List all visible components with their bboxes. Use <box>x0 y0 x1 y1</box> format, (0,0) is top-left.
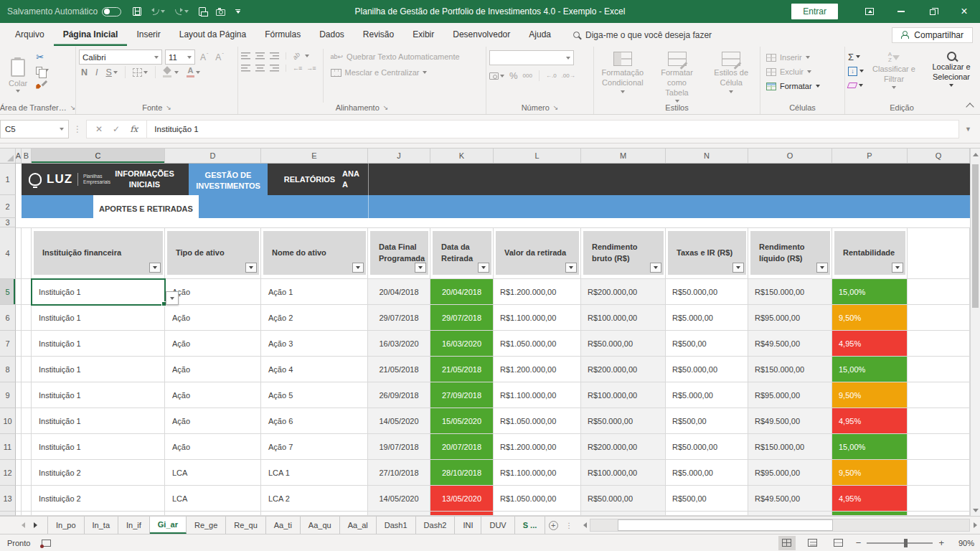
grid-cell[interactable]: Ação 6 <box>261 408 368 434</box>
table-header-cell[interactable]: Tipo de ativo <box>167 231 259 275</box>
align-center-icon[interactable] <box>255 65 265 72</box>
hscroll-left-button[interactable] <box>580 519 590 532</box>
grid-cell[interactable]: Ação <box>165 382 261 408</box>
filter-button[interactable] <box>245 263 257 273</box>
grid-cell[interactable] <box>16 382 22 408</box>
grid-cell[interactable]: R$49.500,00 <box>748 486 832 512</box>
restore-button[interactable] <box>917 0 948 23</box>
grid-cell[interactable]: Ação 1 <box>261 279 368 305</box>
font-name-select[interactable]: Calibri <box>79 50 162 65</box>
sheet-tab-dash2[interactable]: Dash2 <box>416 517 456 534</box>
grid-cell[interactable]: 27/09/2018 <box>430 382 494 408</box>
grid-cell[interactable]: 20/07/2018 <box>430 434 494 460</box>
normal-view-button[interactable] <box>778 536 796 550</box>
row-header-3[interactable]: 3 <box>0 218 16 227</box>
column-header-B[interactable]: B <box>22 149 32 163</box>
table-header-cell[interactable]: Taxas e IR (R$) <box>668 231 746 275</box>
table-header-cell[interactable]: Rendimento bruto (R$) <box>583 231 664 275</box>
grid-cell[interactable]: 14/05/2020 <box>368 408 430 434</box>
subtab-aportes-e-retiradas[interactable]: APORTES E RETIRADAS <box>93 195 199 222</box>
table-header-cell[interactable]: Instituição financeira <box>34 231 163 275</box>
column-header-L[interactable]: L <box>494 149 581 163</box>
format-painter-button[interactable] <box>36 79 49 89</box>
grid-cell[interactable]: R$1.200.000,00 <box>494 434 581 460</box>
grid-cell[interactable]: 19/07/2018 <box>368 434 430 460</box>
column-header-Q[interactable]: Q <box>908 149 970 163</box>
table-header-cell[interactable]: Nome do ativo <box>263 231 366 275</box>
select-all-corner[interactable] <box>0 149 16 163</box>
filter-button[interactable] <box>149 263 161 273</box>
grid-cell[interactable] <box>22 408 32 434</box>
format-as-table-button[interactable]: Formatar como Tabela <box>651 49 703 103</box>
grid-cell[interactable] <box>908 382 970 408</box>
cancel-entry-icon[interactable]: ✕ <box>95 124 103 134</box>
share-button[interactable]: Compartilhar <box>892 27 973 43</box>
hscroll-right-button[interactable] <box>970 519 980 532</box>
grid-cell[interactable]: Instituição 1 <box>32 357 165 382</box>
sheet-tab-aa_ti[interactable]: Aa_ti <box>266 517 301 534</box>
filter-button[interactable] <box>415 263 426 273</box>
grid-cell[interactable] <box>908 357 970 382</box>
grid-cell[interactable] <box>22 305 32 331</box>
row-header-11[interactable]: 11 <box>0 434 16 460</box>
ribbon-tab-inserir[interactable]: Inserir <box>127 24 169 46</box>
grid-cell-partial[interactable] <box>165 512 261 516</box>
insert-function-icon[interactable]: fx <box>130 124 138 134</box>
grid-cell[interactable]: 20/04/2018 <box>368 279 430 305</box>
ribbon-tab-desenvolvedor[interactable]: Desenvolvedor <box>443 24 519 46</box>
grid-cell[interactable]: R$150.000,00 <box>748 357 832 382</box>
grid-cell[interactable] <box>908 460 970 486</box>
vertical-scroll-thumb[interactable] <box>972 164 979 308</box>
grid-cell[interactable]: 20/04/2018 <box>430 279 494 305</box>
cell-validation-dropdown-button[interactable] <box>166 291 179 305</box>
grid-cell[interactable]: Ação <box>165 408 261 434</box>
column-header-D[interactable]: D <box>165 149 261 163</box>
autosave-toggle[interactable] <box>102 7 121 17</box>
grid-cell[interactable] <box>22 382 32 408</box>
grid-cell[interactable] <box>16 486 22 512</box>
grid-cell[interactable]: R$50.000,00 <box>666 279 748 305</box>
column-header-P[interactable]: P <box>832 149 908 163</box>
grid-cell[interactable]: 9,50% <box>832 305 908 331</box>
grid-cell[interactable]: LCA <box>165 486 261 512</box>
grid-cell[interactable]: R$150.000,00 <box>748 279 832 305</box>
new-sheet-button[interactable]: + <box>545 517 561 534</box>
grid-cell[interactable]: Instituição 1 <box>32 434 165 460</box>
table-header-cell[interactable]: Rentabilidade <box>834 231 905 275</box>
row-header-8[interactable]: 8 <box>0 357 16 382</box>
sheet-tab-aa_al[interactable]: Aa_al <box>340 517 377 534</box>
grid-cell[interactable]: R$500,00 <box>666 408 748 434</box>
font-size-select[interactable]: 11 <box>165 50 195 65</box>
grid-cell[interactable]: R$49.500,00 <box>748 408 832 434</box>
grid-cell[interactable]: Instituição 1 <box>32 305 165 331</box>
sort-filter-button[interactable]: AZ Classificar e Filtrar <box>868 49 920 103</box>
grid-cell[interactable] <box>16 227 22 279</box>
grid-cell[interactable]: Instituição 2 <box>32 486 165 512</box>
column-header-K[interactable]: K <box>430 149 494 163</box>
close-button[interactable]: × <box>948 0 980 23</box>
collapse-ribbon-button[interactable] <box>966 103 974 110</box>
grid-cell[interactable] <box>908 486 970 512</box>
grid-cell[interactable]: 9,50% <box>832 382 908 408</box>
copy-button[interactable] <box>36 65 49 75</box>
align-right-icon[interactable] <box>270 65 279 72</box>
grid-cell[interactable]: LCA <box>165 460 261 486</box>
column-header-M[interactable]: M <box>581 149 666 163</box>
customize-qat-button[interactable] <box>235 9 240 14</box>
decrease-decimal-button[interactable]: .00→ <box>562 72 575 79</box>
undo-button[interactable] <box>151 9 165 15</box>
font-color-button[interactable]: A <box>184 66 202 78</box>
grid-cell[interactable]: Instituição 1 <box>32 382 165 408</box>
autosave-control[interactable]: Salvamento Automático <box>7 6 121 17</box>
grid-cell[interactable]: R$1.200.000,00 <box>494 279 581 305</box>
vertical-scrollbar[interactable] <box>970 149 980 516</box>
number-format-select[interactable] <box>489 50 574 65</box>
ribbon-tab-exibir[interactable]: Exibir <box>403 24 443 46</box>
grid-cell[interactable]: R$500,00 <box>666 486 748 512</box>
grid-cell[interactable]: R$50.000,00 <box>666 357 748 382</box>
signin-button[interactable]: Entrar <box>791 4 838 19</box>
grid-cell[interactable]: R$100.000,00 <box>581 460 666 486</box>
wrap-text-button[interactable]: ab↩Quebrar Texto Automaticamente <box>331 52 460 61</box>
grid-cell[interactable]: R$1.100.000,00 <box>494 460 581 486</box>
column-header-E[interactable]: E <box>261 149 368 163</box>
